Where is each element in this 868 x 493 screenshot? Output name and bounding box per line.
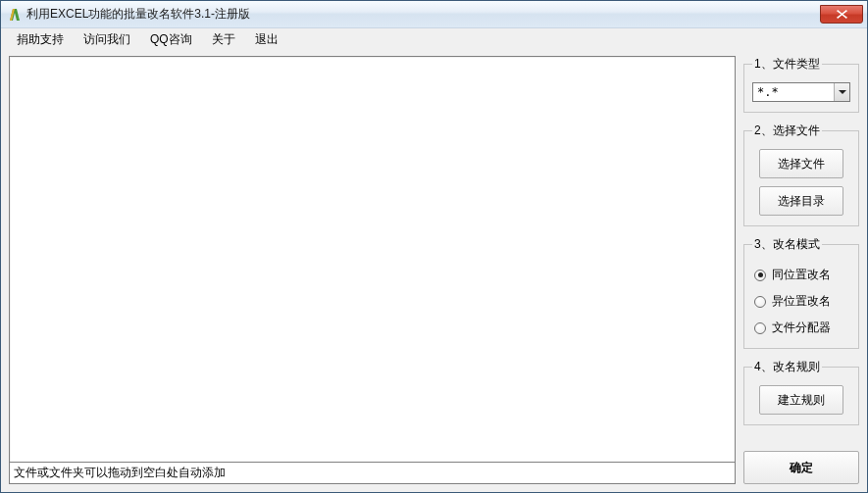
- group-select: 2、选择文件 选择文件 选择目录: [743, 123, 859, 226]
- mode-diff-radio[interactable]: 异位置改名: [754, 293, 850, 310]
- chevron-down-icon: [834, 83, 849, 101]
- app-window: 利用EXCEL功能的批量改名软件3.1-注册版 捐助支持 访问我们 QQ咨询 关…: [0, 0, 868, 493]
- ok-wrap: 确定: [743, 449, 859, 484]
- app-icon: [7, 7, 23, 23]
- menu-about[interactable]: 关于: [202, 29, 245, 50]
- filetype-value: *.*: [753, 85, 834, 99]
- group-rule: 4、改名规则 建立规则: [743, 359, 859, 425]
- menu-exit[interactable]: 退出: [245, 29, 288, 50]
- group-mode: 3、改名模式 同位置改名 异位置改名 文件分配器: [743, 236, 859, 349]
- client-area: 文件或文件夹可以拖动到空白处自动添加 1、文件类型 *.* 2、选择文件 选择文…: [1, 50, 867, 492]
- select-dir-button[interactable]: 选择目录: [759, 186, 843, 216]
- left-column: 文件或文件夹可以拖动到空白处自动添加: [9, 56, 736, 484]
- build-rule-button[interactable]: 建立规则: [759, 385, 843, 415]
- mode-same-label: 同位置改名: [772, 267, 831, 283]
- menu-visit[interactable]: 访问我们: [74, 29, 140, 50]
- window-buttons: [820, 6, 865, 24]
- group-filetype: 1、文件类型 *.*: [743, 56, 859, 113]
- mode-diff-label: 异位置改名: [772, 293, 831, 310]
- right-panel: 1、文件类型 *.* 2、选择文件 选择文件 选择目录 3、改名模式 同位置改名: [743, 56, 859, 484]
- mode-dispatch-radio[interactable]: 文件分配器: [754, 320, 850, 336]
- radio-icon: [754, 270, 766, 281]
- filetype-combo[interactable]: *.*: [752, 82, 850, 102]
- close-icon: [837, 10, 847, 19]
- radio-icon: [754, 296, 766, 308]
- drop-hint: 文件或文件夹可以拖动到空白处自动添加: [9, 463, 736, 484]
- window-title: 利用EXCEL功能的批量改名软件3.1-注册版: [26, 6, 820, 23]
- menubar: 捐助支持 访问我们 QQ咨询 关于 退出: [1, 28, 867, 50]
- ok-button[interactable]: 确定: [743, 451, 859, 484]
- menu-donate[interactable]: 捐助支持: [7, 29, 74, 50]
- group-rule-legend: 4、改名规则: [752, 359, 822, 375]
- close-button[interactable]: [820, 5, 863, 24]
- radio-icon: [754, 322, 766, 334]
- titlebar: 利用EXCEL功能的批量改名软件3.1-注册版: [1, 1, 867, 28]
- menu-qq[interactable]: QQ咨询: [140, 29, 202, 50]
- select-file-button[interactable]: 选择文件: [759, 149, 843, 178]
- group-filetype-legend: 1、文件类型: [752, 56, 822, 73]
- group-select-legend: 2、选择文件: [752, 123, 822, 139]
- mode-same-radio[interactable]: 同位置改名: [754, 267, 850, 283]
- file-listbox[interactable]: [9, 56, 736, 463]
- group-mode-legend: 3、改名模式: [752, 236, 822, 253]
- mode-dispatch-label: 文件分配器: [772, 320, 831, 336]
